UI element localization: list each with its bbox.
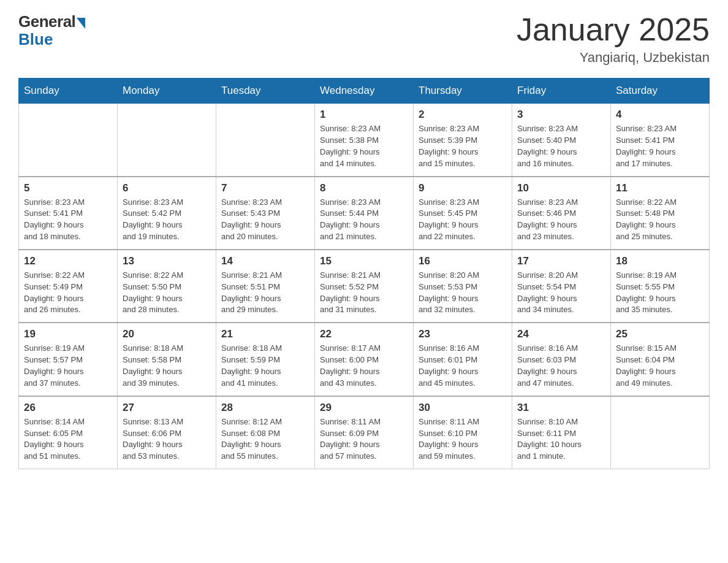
day-info: Sunrise: 8:20 AM Sunset: 5:54 PM Dayligh…	[517, 270, 605, 316]
header-friday: Friday	[512, 79, 611, 104]
week-row-4: 19Sunrise: 8:19 AM Sunset: 5:57 PM Dayli…	[19, 323, 710, 396]
week-row-5: 26Sunrise: 8:14 AM Sunset: 6:05 PM Dayli…	[19, 396, 710, 469]
day-info: Sunrise: 8:23 AM Sunset: 5:45 PM Dayligh…	[419, 197, 507, 243]
day-number: 9	[419, 182, 507, 194]
calendar-cell: 18Sunrise: 8:19 AM Sunset: 5:55 PM Dayli…	[611, 250, 710, 323]
day-info: Sunrise: 8:21 AM Sunset: 5:51 PM Dayligh…	[221, 270, 309, 316]
calendar-cell: 20Sunrise: 8:18 AM Sunset: 5:58 PM Dayli…	[118, 323, 216, 396]
day-number: 13	[123, 255, 211, 267]
day-number: 27	[123, 402, 211, 414]
calendar-cell: 19Sunrise: 8:19 AM Sunset: 5:57 PM Dayli…	[19, 323, 118, 396]
header-thursday: Thursday	[414, 79, 512, 104]
calendar-cell: 5Sunrise: 8:23 AM Sunset: 5:41 PM Daylig…	[19, 177, 118, 250]
day-info: Sunrise: 8:18 AM Sunset: 5:58 PM Dayligh…	[123, 343, 211, 389]
day-info: Sunrise: 8:22 AM Sunset: 5:48 PM Dayligh…	[616, 197, 704, 243]
day-number: 1	[320, 109, 408, 121]
days-of-week-row: SundayMondayTuesdayWednesdayThursdayFrid…	[19, 79, 710, 104]
logo-arrow-icon	[77, 18, 85, 29]
day-info: Sunrise: 8:10 AM Sunset: 6:11 PM Dayligh…	[517, 416, 605, 462]
page-header: General Blue January 2025 Yangiariq, Uzb…	[18, 12, 710, 66]
day-number: 31	[517, 402, 605, 414]
day-info: Sunrise: 8:23 AM Sunset: 5:39 PM Dayligh…	[419, 123, 507, 169]
calendar-cell: 30Sunrise: 8:11 AM Sunset: 6:10 PM Dayli…	[414, 396, 512, 469]
calendar-cell: 21Sunrise: 8:18 AM Sunset: 5:59 PM Dayli…	[216, 323, 315, 396]
day-number: 21	[221, 328, 309, 340]
day-info: Sunrise: 8:15 AM Sunset: 6:04 PM Dayligh…	[616, 343, 704, 389]
day-info: Sunrise: 8:12 AM Sunset: 6:08 PM Dayligh…	[221, 416, 309, 462]
month-title: January 2025	[517, 12, 710, 47]
week-row-1: 1Sunrise: 8:23 AM Sunset: 5:38 PM Daylig…	[19, 104, 710, 177]
calendar-cell: 4Sunrise: 8:23 AM Sunset: 5:41 PM Daylig…	[611, 104, 710, 177]
day-info: Sunrise: 8:23 AM Sunset: 5:46 PM Dayligh…	[517, 197, 605, 243]
day-number: 11	[616, 182, 704, 194]
day-info: Sunrise: 8:21 AM Sunset: 5:52 PM Dayligh…	[320, 270, 408, 316]
day-info: Sunrise: 8:22 AM Sunset: 5:50 PM Dayligh…	[123, 270, 211, 316]
day-info: Sunrise: 8:20 AM Sunset: 5:53 PM Dayligh…	[419, 270, 507, 316]
day-number: 16	[419, 255, 507, 267]
day-number: 10	[517, 182, 605, 194]
day-info: Sunrise: 8:17 AM Sunset: 6:00 PM Dayligh…	[320, 343, 408, 389]
day-info: Sunrise: 8:16 AM Sunset: 6:03 PM Dayligh…	[517, 343, 605, 389]
calendar-cell: 23Sunrise: 8:16 AM Sunset: 6:01 PM Dayli…	[414, 323, 512, 396]
day-number: 4	[616, 109, 704, 121]
location-title: Yangiariq, Uzbekistan	[517, 50, 710, 66]
day-number: 6	[123, 182, 211, 194]
day-number: 18	[616, 255, 704, 267]
day-number: 19	[24, 328, 112, 340]
day-info: Sunrise: 8:14 AM Sunset: 6:05 PM Dayligh…	[24, 416, 112, 462]
day-number: 17	[517, 255, 605, 267]
calendar-cell: 6Sunrise: 8:23 AM Sunset: 5:42 PM Daylig…	[118, 177, 216, 250]
day-number: 8	[320, 182, 408, 194]
day-number: 5	[24, 182, 112, 194]
day-number: 15	[320, 255, 408, 267]
calendar-cell: 22Sunrise: 8:17 AM Sunset: 6:00 PM Dayli…	[315, 323, 414, 396]
week-row-2: 5Sunrise: 8:23 AM Sunset: 5:41 PM Daylig…	[19, 177, 710, 250]
logo-general-text: General	[18, 12, 75, 31]
calendar-cell: 2Sunrise: 8:23 AM Sunset: 5:39 PM Daylig…	[414, 104, 512, 177]
day-info: Sunrise: 8:23 AM Sunset: 5:41 PM Dayligh…	[616, 123, 704, 169]
header-tuesday: Tuesday	[216, 79, 315, 104]
day-number: 12	[24, 255, 112, 267]
week-row-3: 12Sunrise: 8:22 AM Sunset: 5:49 PM Dayli…	[19, 250, 710, 323]
logo-blue-text: Blue	[18, 30, 53, 49]
day-info: Sunrise: 8:19 AM Sunset: 5:55 PM Dayligh…	[616, 270, 704, 316]
calendar-cell: 15Sunrise: 8:21 AM Sunset: 5:52 PM Dayli…	[315, 250, 414, 323]
calendar-cell: 29Sunrise: 8:11 AM Sunset: 6:09 PM Dayli…	[315, 396, 414, 469]
day-number: 14	[221, 255, 309, 267]
calendar-cell: 8Sunrise: 8:23 AM Sunset: 5:44 PM Daylig…	[315, 177, 414, 250]
day-number: 29	[320, 402, 408, 414]
day-info: Sunrise: 8:19 AM Sunset: 5:57 PM Dayligh…	[24, 343, 112, 389]
header-wednesday: Wednesday	[315, 79, 414, 104]
day-info: Sunrise: 8:23 AM Sunset: 5:42 PM Dayligh…	[123, 197, 211, 243]
day-number: 28	[221, 402, 309, 414]
title-section: January 2025 Yangiariq, Uzbekistan	[517, 12, 710, 66]
calendar-cell: 26Sunrise: 8:14 AM Sunset: 6:05 PM Dayli…	[19, 396, 118, 469]
calendar-cell	[19, 104, 118, 177]
calendar-cell: 3Sunrise: 8:23 AM Sunset: 5:40 PM Daylig…	[512, 104, 611, 177]
day-number: 22	[320, 328, 408, 340]
day-info: Sunrise: 8:23 AM Sunset: 5:38 PM Dayligh…	[320, 123, 408, 169]
day-number: 24	[517, 328, 605, 340]
calendar-cell: 27Sunrise: 8:13 AM Sunset: 6:06 PM Dayli…	[118, 396, 216, 469]
day-number: 25	[616, 328, 704, 340]
calendar-cell: 12Sunrise: 8:22 AM Sunset: 5:49 PM Dayli…	[19, 250, 118, 323]
calendar-cell: 25Sunrise: 8:15 AM Sunset: 6:04 PM Dayli…	[611, 323, 710, 396]
day-number: 7	[221, 182, 309, 194]
calendar-cell: 14Sunrise: 8:21 AM Sunset: 5:51 PM Dayli…	[216, 250, 315, 323]
day-info: Sunrise: 8:23 AM Sunset: 5:44 PM Dayligh…	[320, 197, 408, 243]
calendar-cell: 11Sunrise: 8:22 AM Sunset: 5:48 PM Dayli…	[611, 177, 710, 250]
header-monday: Monday	[118, 79, 216, 104]
day-info: Sunrise: 8:23 AM Sunset: 5:41 PM Dayligh…	[24, 197, 112, 243]
calendar-cell: 31Sunrise: 8:10 AM Sunset: 6:11 PM Dayli…	[512, 396, 611, 469]
day-info: Sunrise: 8:11 AM Sunset: 6:09 PM Dayligh…	[320, 416, 408, 462]
calendar-cell	[216, 104, 315, 177]
day-info: Sunrise: 8:11 AM Sunset: 6:10 PM Dayligh…	[419, 416, 507, 462]
calendar-cell: 24Sunrise: 8:16 AM Sunset: 6:03 PM Dayli…	[512, 323, 611, 396]
calendar-cell: 1Sunrise: 8:23 AM Sunset: 5:38 PM Daylig…	[315, 104, 414, 177]
calendar-cell	[611, 396, 710, 469]
logo: General Blue	[18, 12, 85, 49]
day-info: Sunrise: 8:22 AM Sunset: 5:49 PM Dayligh…	[24, 270, 112, 316]
day-number: 20	[123, 328, 211, 340]
header-saturday: Saturday	[611, 79, 710, 104]
calendar-cell: 28Sunrise: 8:12 AM Sunset: 6:08 PM Dayli…	[216, 396, 315, 469]
